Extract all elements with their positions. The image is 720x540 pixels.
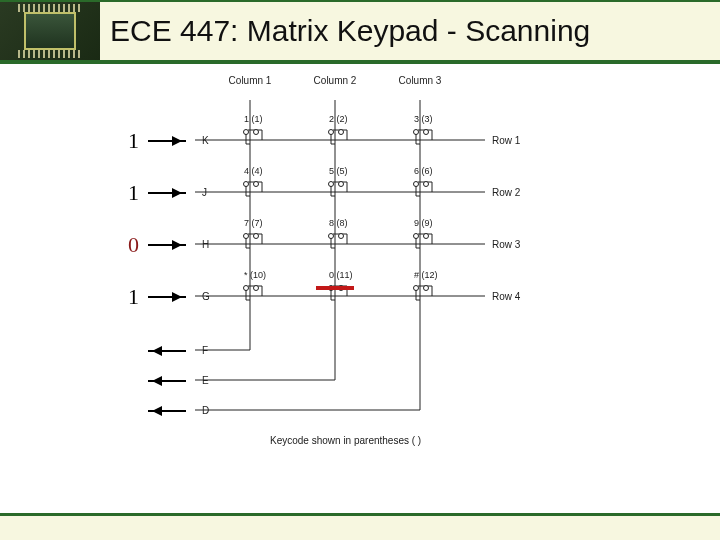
svg-point-43 <box>414 182 419 187</box>
page-title: ECE 447: Matrix Keypad - Scanning <box>110 14 590 48</box>
keypad-schematic: Column 1 Column 2 Column 3 Row 1 Row 2 R… <box>140 72 560 472</box>
col-label-2: Column 2 <box>314 75 357 86</box>
svg-point-44 <box>424 182 429 187</box>
row-input-3: 0 <box>128 232 139 258</box>
svg-point-36 <box>329 182 334 187</box>
svg-text:7 (7): 7 (7) <box>244 218 263 228</box>
row-input-4: 1 <box>128 284 139 310</box>
svg-point-9 <box>254 130 259 135</box>
svg-point-50 <box>244 234 249 239</box>
col-label-1: Column 1 <box>229 75 272 86</box>
row-label-3: Row 3 <box>492 239 521 250</box>
svg-point-65 <box>424 234 429 239</box>
svg-text:9 (9): 9 (9) <box>414 218 433 228</box>
svg-point-85 <box>414 286 419 291</box>
svg-point-29 <box>244 182 249 187</box>
svg-point-23 <box>424 130 429 135</box>
svg-text:2 (2): 2 (2) <box>329 114 348 124</box>
slide-header: ECE 447: Matrix Keypad - Scanning <box>0 0 720 64</box>
svg-point-86 <box>424 286 429 291</box>
slide-footer <box>0 513 720 540</box>
svg-point-15 <box>329 130 334 135</box>
svg-text:# (12): # (12) <box>414 270 438 280</box>
svg-point-57 <box>329 234 334 239</box>
chip-icon <box>24 12 76 50</box>
row-label-1: Row 1 <box>492 135 521 146</box>
svg-text:3 (3): 3 (3) <box>414 114 433 124</box>
row-label-4: Row 4 <box>492 291 521 302</box>
svg-point-72 <box>254 286 259 291</box>
svg-point-30 <box>254 182 259 187</box>
key-grid: 1 (1)2 (2)3 (3)4 (4)5 (5)6 (6)7 (7)8 (8)… <box>244 114 438 300</box>
svg-point-51 <box>254 234 259 239</box>
svg-text:0 (11): 0 (11) <box>329 270 353 280</box>
chip-thumbnail <box>0 2 100 60</box>
svg-text:5 (5): 5 (5) <box>329 166 348 176</box>
row-input-1: 1 <box>128 128 139 154</box>
svg-point-58 <box>339 234 344 239</box>
svg-text:* (10): * (10) <box>244 270 266 280</box>
row-label-2: Row 2 <box>492 187 521 198</box>
svg-text:8 (8): 8 (8) <box>329 218 348 228</box>
svg-point-8 <box>244 130 249 135</box>
row-input-2: 1 <box>128 180 139 206</box>
svg-point-64 <box>414 234 419 239</box>
svg-text:1 (1): 1 (1) <box>244 114 263 124</box>
diagram-caption: Keycode shown in parentheses ( ) <box>270 435 421 446</box>
svg-point-22 <box>414 130 419 135</box>
svg-point-71 <box>244 286 249 291</box>
svg-point-16 <box>339 130 344 135</box>
svg-text:4 (4): 4 (4) <box>244 166 263 176</box>
svg-text:6 (6): 6 (6) <box>414 166 433 176</box>
col-label-3: Column 3 <box>399 75 442 86</box>
svg-point-37 <box>339 182 344 187</box>
diagram-area: 1 1 0 1 Column 1 Column 2 Column 3 Row 1… <box>0 62 720 522</box>
